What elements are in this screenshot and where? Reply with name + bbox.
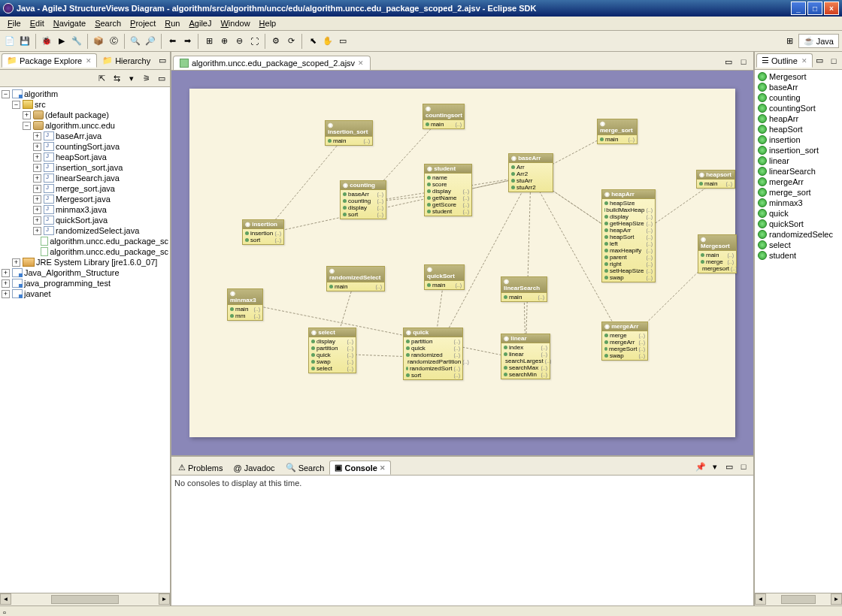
bottom-min-button[interactable]: ▭ [722,460,736,473]
expand-toggle[interactable]: + [33,195,41,204]
class-node-insertion[interactable]: ◉ insertioninsertion(..)sort(..) [242,219,284,245]
class-node-linear[interactable]: ◉ linearindex(..)linear(..)searchLargest… [501,334,550,379]
maximize-button[interactable]: □ [807,2,822,15]
nav-fwd-button[interactable]: ➡ [180,35,194,48]
class-node-baseArr[interactable]: ◉ baseArrArrArr2stuArrstuArr2 [508,153,553,192]
class-node-minmax3[interactable]: ◉ minmax3main(..)mm(..) [227,288,263,321]
menu-project[interactable]: Project [126,17,160,29]
tree-default-package[interactable]: +(default package) [2,110,168,120]
outline-item-minmax3[interactable]: minmax3 [756,198,840,208]
expand-toggle[interactable]: + [12,258,20,267]
tree-file-1[interactable]: +countingSort.java [2,141,168,152]
java-perspective-button[interactable]: ☕ Java [798,34,839,48]
editor-max-button[interactable]: □ [737,55,750,68]
menu-file[interactable]: File [3,17,26,29]
filter-button[interactable]: ⚞ [140,71,153,85]
console-opts-button[interactable]: ▾ [708,460,722,473]
expand-toggle[interactable]: + [33,153,41,162]
outline-item-quick[interactable]: quick [756,208,840,219]
tree-hscroll[interactable]: ◄ ► [0,593,170,605]
tree-file-3[interactable]: +insertion_sort.java [2,162,168,173]
expand-toggle[interactable]: + [33,132,41,140]
tree-package-algorithm-uncc-edu[interactable]: −algorithm.uncc.edu [2,120,168,131]
save-button[interactable]: 💾 [18,35,32,48]
outline-item-merge_sort[interactable]: merge_sort [756,187,840,198]
expand-toggle[interactable]: + [33,227,41,235]
class-node-student[interactable]: ◉ studentnamescoredisplay(..)getName(..)… [424,164,472,216]
bottom-max-button[interactable]: □ [737,460,750,473]
zoom-in-button[interactable]: ⊕ [217,35,231,48]
tree-file-0[interactable]: +baseArr.java [2,131,168,141]
open-perspective-button[interactable]: ⊞ [783,35,797,48]
outline-item-mergesort[interactable]: Mergesort [756,71,840,82]
scroll-left-button[interactable]: ◄ [755,593,766,605]
tree-file-4[interactable]: +linearSearch.java [2,173,168,183]
menu-agilej[interactable]: AgileJ [184,17,216,29]
class-node-Mergesort[interactable]: ◉ Mergesortmain(..)merge(..)mergesort(..… [698,234,737,273]
outline-item-randomizedselec[interactable]: randomizedSelec [756,229,840,240]
outline-max-button[interactable]: □ [827,54,840,68]
outline-close-icon[interactable]: ✕ [801,57,807,65]
new-button[interactable]: 📄 [3,35,17,48]
refresh-button[interactable]: ⟳ [284,35,298,48]
layout-button[interactable]: ⚙ [269,35,283,48]
view-tab-hierarchy[interactable]: 📁Hierarchy [97,53,156,68]
scroll-thumb[interactable] [51,595,119,604]
tree-file-2[interactable]: +heapSort.java [2,152,168,162]
outline-list[interactable]: MergesortbaseArrcountingcountingSortheap… [755,70,842,593]
console-pin-button[interactable]: 📌 [694,460,707,473]
class-node-merge_sort[interactable]: ◉ merge_sortmain(..) [597,119,638,144]
view-min-button[interactable]: ▭ [156,54,169,68]
tree-project-javanet[interactable]: +javanet [2,288,168,299]
open-type-button[interactable]: 🔍 [129,35,142,48]
outline-item-select[interactable]: select [756,240,840,250]
expand-toggle[interactable]: + [33,216,41,225]
expand-toggle[interactable]: + [2,290,10,298]
nav-back-button[interactable]: ⬅ [165,35,179,48]
tree-file-10[interactable]: algorithm.uncc.edu_package_sc [2,236,168,246]
outline-item-mergearr[interactable]: mergeArr [756,177,840,187]
scroll-right-button[interactable]: ► [159,593,170,605]
view-menu-button[interactable]: ▾ [125,71,138,85]
debug-button[interactable]: 🐞 [40,35,53,48]
diagram-viewport[interactable]: ◉ countingsortmain(..)◉ insertion_sortma… [171,71,753,455]
class-node-countingsort[interactable]: ◉ countingsortmain(..) [423,104,465,129]
expand-toggle[interactable]: − [12,101,20,109]
minimize-icon[interactable]: ▭ [155,71,168,85]
menu-help[interactable]: Help [255,17,281,29]
outline-item-quicksort[interactable]: quickSort [756,219,840,229]
bottom-tab-search[interactable]: 🔍Search [280,460,330,475]
expand-toggle[interactable]: − [23,122,31,130]
outline-item-insertion_sort[interactable]: insertion_sort [756,145,840,156]
class-node-heapArr[interactable]: ◉ heapArrheapSizebuildMaxHeap(..)display… [601,189,656,282]
tree-project-java_algorithm_structure[interactable]: +Java_Algorithm_Structure [2,267,168,278]
tree-file-5[interactable]: +merge_sort.java [2,183,168,194]
class-node-insertion_sort[interactable]: ◉ insertion_sortmain(..) [325,120,373,146]
tree-src-folder[interactable]: −src [2,99,168,110]
marquee-button[interactable]: ▭ [336,35,350,48]
new-package-button[interactable]: 📦 [92,35,105,48]
zoom-actual-button[interactable]: ⊞ [202,35,216,48]
ext-tools-button[interactable]: 🔧 [70,35,83,48]
class-node-quick[interactable]: ◉ quickpartition(..)quick(..)randomized(… [403,328,463,380]
class-node-counting[interactable]: ◉ countingbaseArr(..)counting(..)display… [340,180,386,219]
menu-edit[interactable]: Edit [26,17,49,29]
scroll-left-button[interactable]: ◄ [0,593,11,605]
menu-window[interactable]: Window [216,17,254,29]
bottom-tab-javadoc[interactable]: @Javadoc [228,461,280,475]
outline-min-button[interactable]: ▭ [813,54,826,68]
tree-file-9[interactable]: +randomizedSelect.java [2,225,168,236]
expand-toggle[interactable]: + [33,206,41,214]
expand-toggle[interactable]: − [2,90,10,98]
menu-run[interactable]: Run [160,17,184,29]
outline-item-basearr[interactable]: baseArr [756,82,840,92]
class-node-heapsort[interactable]: ◉ heapsortmain(..) [696,170,735,189]
expand-toggle[interactable]: + [2,279,10,288]
outline-item-insertion[interactable]: insertion [756,134,840,145]
class-node-linearSearch[interactable]: ◉ linearSearchmain(..) [501,276,547,302]
outline-tab[interactable]: ☰ Outline ✕ [756,53,813,68]
class-node-randomizedSelect[interactable]: ◉ randomizedSelectmain(..) [326,266,385,291]
tab-close-icon[interactable]: ✕ [86,57,92,65]
collapse-all-button[interactable]: ⇱ [95,71,108,85]
tab-close-icon[interactable]: ✕ [380,464,386,472]
